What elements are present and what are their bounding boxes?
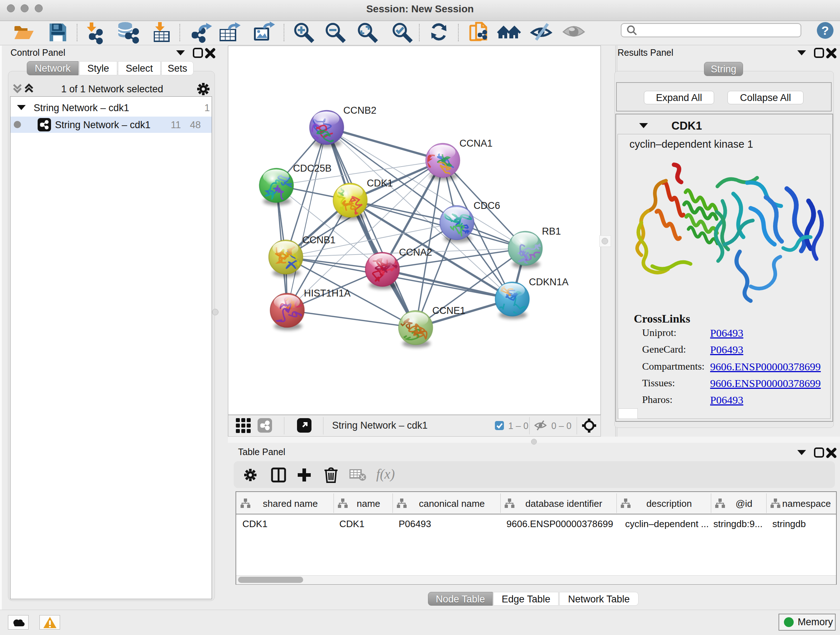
svg-text:CCNA1: CCNA1 xyxy=(459,138,493,149)
svg-text:CDC6: CDC6 xyxy=(474,200,500,211)
svg-text:CDKN1A: CDKN1A xyxy=(529,277,569,287)
svg-text:CDK1: CDK1 xyxy=(367,178,393,188)
svg-text:CDC25B: CDC25B xyxy=(293,163,332,174)
svg-text:CCNA2: CCNA2 xyxy=(399,247,432,258)
svg-text:HIST1H1A: HIST1H1A xyxy=(304,288,351,299)
svg-text:RB1: RB1 xyxy=(542,226,561,237)
svg-text:CCNB1: CCNB1 xyxy=(302,234,336,245)
svg-text:CCNB2: CCNB2 xyxy=(343,105,377,116)
svg-text:CCNE1: CCNE1 xyxy=(432,305,466,316)
